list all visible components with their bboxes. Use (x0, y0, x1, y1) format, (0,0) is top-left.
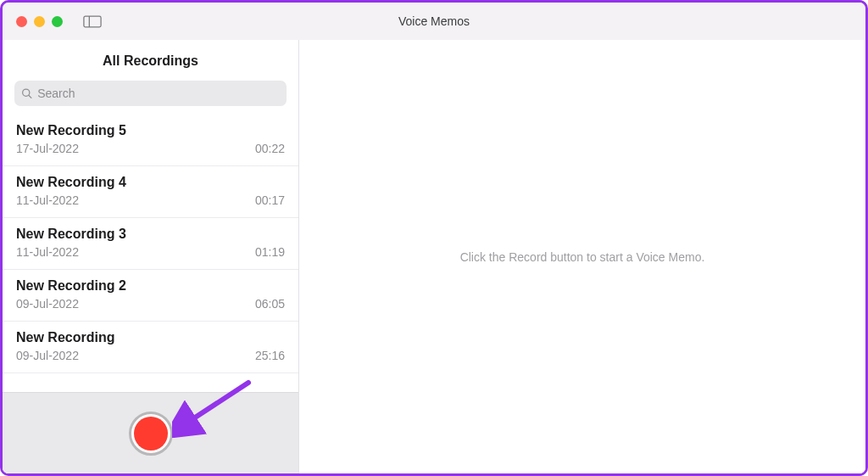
recording-duration: 06:05 (255, 297, 285, 311)
recording-meta: 17-Jul-202200:22 (16, 142, 285, 155)
sidebar-toggle-button[interactable] (81, 14, 103, 29)
titlebar: Voice Memos (3, 3, 865, 40)
recording-meta: 09-Jul-202225:16 (16, 349, 285, 362)
window-title: Voice Memos (398, 14, 470, 28)
recordings-list: New Recording 517-Jul-202200:22New Recor… (3, 115, 298, 392)
recording-date: 09-Jul-2022 (16, 349, 79, 362)
maximize-window-button[interactable] (52, 16, 63, 27)
traffic-lights (16, 16, 63, 27)
search-container (3, 81, 298, 109)
search-input[interactable] (37, 87, 280, 100)
recording-meta: 11-Jul-202200:17 (16, 193, 285, 207)
empty-state-text: Click the Record button to start a Voice… (460, 250, 705, 264)
recording-title: New Recording 4 (16, 175, 285, 190)
recording-item[interactable]: New Recording09-Jul-202225:16 (3, 322, 298, 373)
sidebar-toggle-icon (83, 15, 102, 28)
content-area: All Recordings New Recording 517-Jul-202… (3, 40, 865, 473)
record-icon (134, 417, 168, 451)
recording-title: New Recording 3 (16, 227, 285, 242)
recording-title: New Recording (16, 330, 285, 345)
record-footer (3, 392, 298, 473)
minimize-window-button[interactable] (34, 16, 45, 27)
recording-duration: 25:16 (255, 349, 285, 362)
sidebar-header: All Recordings (3, 40, 298, 81)
recording-duration: 00:17 (255, 193, 285, 207)
record-button[interactable] (129, 412, 173, 456)
recording-date: 17-Jul-2022 (16, 142, 79, 155)
sidebar: All Recordings New Recording 517-Jul-202… (3, 40, 299, 473)
recording-item[interactable]: New Recording 411-Jul-202200:17 (3, 166, 298, 218)
close-window-button[interactable] (16, 16, 27, 27)
recording-title: New Recording 2 (16, 278, 285, 294)
svg-rect-0 (84, 16, 101, 27)
recording-date: 11-Jul-2022 (16, 193, 79, 207)
recording-item[interactable]: New Recording 311-Jul-202201:19 (3, 218, 298, 270)
main-panel: Click the Record button to start a Voice… (299, 40, 865, 473)
recording-meta: 11-Jul-202201:19 (16, 245, 285, 259)
recording-item[interactable]: New Recording 209-Jul-202206:05 (3, 270, 298, 322)
recording-title: New Recording 5 (16, 123, 285, 138)
recording-duration: 00:22 (255, 142, 285, 155)
search-field[interactable] (14, 81, 287, 106)
recording-duration: 01:19 (255, 245, 285, 259)
svg-line-3 (29, 95, 31, 98)
recording-date: 11-Jul-2022 (16, 245, 79, 259)
search-icon (21, 87, 32, 99)
recording-meta: 09-Jul-202206:05 (16, 297, 285, 311)
recording-item[interactable]: New Recording 517-Jul-202200:22 (3, 115, 298, 166)
recording-date: 09-Jul-2022 (16, 297, 79, 311)
